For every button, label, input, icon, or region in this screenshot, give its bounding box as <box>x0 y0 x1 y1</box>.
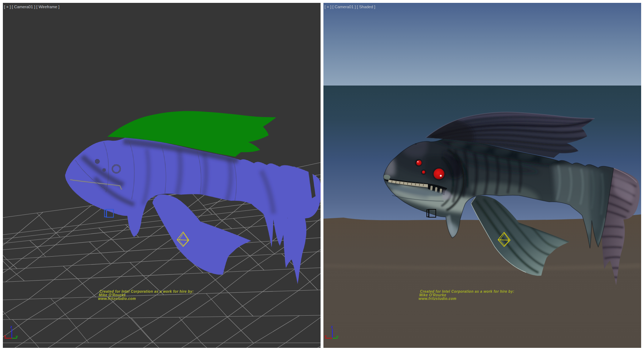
svg-text:www.fritzstudio.com: www.fritzstudio.com <box>98 297 136 301</box>
svg-text:www.fritzstudio.com: www.fritzstudio.com <box>419 297 457 301</box>
svg-text:x: x <box>325 334 327 338</box>
svg-text:[ + ] [ Camera01 ] [ Wireframe: [ + ] [ Camera01 ] [ Wireframe ] <box>4 5 59 9</box>
svg-text:x: x <box>4 334 6 338</box>
svg-text:y: y <box>16 334 18 339</box>
svg-text:[ + ] [ Camera01 ] [ Shaded ]: [ + ] [ Camera01 ] [ Shaded ] <box>325 5 375 9</box>
svg-text:y: y <box>336 334 338 339</box>
svg-text:z: z <box>10 325 12 329</box>
svg-text:z: z <box>331 325 333 329</box>
